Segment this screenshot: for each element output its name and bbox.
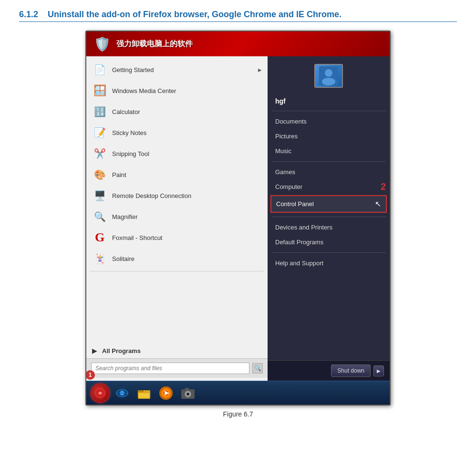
shutdown-arrow-icon: ▶ <box>377 368 381 374</box>
computer-label: Computer <box>275 183 302 190</box>
right-item-computer[interactable]: Computer 2 <box>268 179 390 194</box>
right-separator-3 <box>271 217 386 217</box>
control-panel-label: Control Panel <box>276 200 314 208</box>
right-item-music[interactable]: Music <box>268 144 390 158</box>
taskbar-explorer-icon[interactable] <box>134 383 154 403</box>
right-item-games[interactable]: Games <box>268 165 390 179</box>
paint-icon: 🎨 <box>92 167 107 182</box>
shutdown-arrow-button[interactable]: ▶ <box>373 365 384 376</box>
right-separator-1 <box>271 111 386 111</box>
remote-desktop-icon: 🖥️ <box>92 188 107 203</box>
right-item-control-panel[interactable]: Control Panel ↖ <box>270 195 387 213</box>
taskbar <box>86 381 390 405</box>
taskbar-camera-icon[interactable] <box>178 383 198 403</box>
menu-item-getting-started[interactable]: 📄 Getting Started ▶ <box>86 59 268 80</box>
menu-item-all-programs[interactable]: ▶ All Programs <box>86 343 268 358</box>
media-center-label: Windows Media Center <box>112 87 176 94</box>
search-bar: 1 🔍 <box>86 358 268 378</box>
menu-item-foxmail[interactable]: G Foxmail - Shortcut <box>86 227 268 248</box>
taskbar-media-icon[interactable] <box>156 383 176 403</box>
calculator-label: Calculator <box>112 108 140 115</box>
media-center-icon: 🪟 <box>92 83 107 98</box>
user-avatar <box>314 64 343 88</box>
svg-point-19 <box>186 393 189 396</box>
taskbar-ie-icon[interactable] <box>112 383 132 403</box>
menu-item-snipping-tool[interactable]: ✂️ Snipping Tool <box>86 143 268 164</box>
right-item-documents[interactable]: Documents <box>268 114 390 129</box>
figure-container: 🛡️ 强力卸载电脑上的软件 📄 Getting Started ▶ 🪟 Wind… <box>76 31 400 418</box>
search-button[interactable]: 🔍 <box>252 363 263 374</box>
figure-caption: Figure 6.7 <box>223 410 253 418</box>
annotation-1: 1 <box>85 370 95 380</box>
snipping-tool-icon: ✂️ <box>92 146 107 161</box>
start-menu-screenshot: 🛡️ 强力卸载电脑上的软件 📄 Getting Started ▶ 🪟 Wind… <box>85 31 391 406</box>
snipping-tool-label: Snipping Tool <box>112 150 149 157</box>
menu-item-sticky-notes[interactable]: 📝 Sticky Notes <box>86 122 268 143</box>
svg-point-2 <box>322 78 335 85</box>
start-orb[interactable] <box>90 383 110 403</box>
calculator-icon: 🔢 <box>92 104 107 119</box>
cursor-icon: ↖ <box>375 199 381 208</box>
getting-started-label: Getting Started <box>112 66 154 73</box>
shutdown-button[interactable]: Shut down <box>331 364 371 377</box>
foxmail-label: Foxmail - Shortcut <box>112 234 162 241</box>
annotation-2: 2 <box>381 181 386 192</box>
solitaire-icon: 🃏 <box>92 251 107 266</box>
right-item-default-programs[interactable]: Default Programs <box>268 235 390 250</box>
menu-item-magnifier[interactable]: 🔍 Magnifier <box>86 206 268 227</box>
magnifier-label: Magnifier <box>112 213 137 220</box>
right-item-pictures[interactable]: Pictures <box>268 129 390 144</box>
right-menu-items: hgf Documents Pictures Music Games Compu… <box>268 92 390 360</box>
arrow-icon: ▶ <box>258 67 262 73</box>
sticky-notes-icon: 📝 <box>92 125 107 140</box>
menu-left-panel: 📄 Getting Started ▶ 🪟 Windows Media Cent… <box>86 56 268 381</box>
right-separator-4 <box>271 252 386 253</box>
magnifier-icon: 🔍 <box>92 209 107 224</box>
menu-item-media-center[interactable]: 🪟 Windows Media Center <box>86 80 268 101</box>
section-number: 6.1.2 <box>19 10 38 19</box>
getting-started-icon: 📄 <box>92 62 107 77</box>
right-item-username[interactable]: hgf <box>268 94 390 108</box>
remote-desktop-label: Remote Desktop Connection <box>112 192 191 199</box>
menu-item-solitaire[interactable]: 🃏 Solitaire <box>86 248 268 269</box>
menu-right-panel: hgf Documents Pictures Music Games Compu… <box>268 56 390 381</box>
right-item-devices-printers[interactable]: Devices and Printers <box>268 220 390 235</box>
svg-point-4 <box>99 392 102 395</box>
menu-item-paint[interactable]: 🎨 Paint <box>86 164 268 185</box>
paint-label: Paint <box>112 171 126 178</box>
menu-item-remote-desktop[interactable]: 🖥️ Remote Desktop Connection <box>86 185 268 206</box>
search-input[interactable] <box>91 363 249 374</box>
chinese-text: 强力卸载电脑上的软件 <box>116 39 193 49</box>
shutdown-label: Shut down <box>337 367 364 374</box>
svg-rect-20 <box>185 388 189 390</box>
left-separator <box>90 271 264 271</box>
svg-rect-10 <box>138 390 144 392</box>
right-item-help-support[interactable]: Help and Support <box>268 256 390 271</box>
svg-rect-11 <box>139 393 149 398</box>
sticky-notes-label: Sticky Notes <box>112 129 146 136</box>
section-title: Uninstall the add-on of Firefox browser,… <box>48 10 341 19</box>
foxmail-icon: G <box>92 230 107 245</box>
section-heading: 6.1.2 Uninstall the add-on of Firefox br… <box>19 10 457 22</box>
menu-top-bar: 🛡️ 强力卸载电脑上的软件 <box>86 31 390 56</box>
user-section <box>268 64 390 88</box>
menu-item-calculator[interactable]: 🔢 Calculator <box>86 101 268 122</box>
menu-body: 📄 Getting Started ▶ 🪟 Windows Media Cent… <box>86 56 390 381</box>
solitaire-label: Solitaire <box>112 255 135 262</box>
all-programs-label: All Programs <box>102 347 141 354</box>
svg-point-1 <box>325 69 332 77</box>
shutdown-bar: Shut down ▶ <box>268 360 390 381</box>
all-programs-arrow: ▶ <box>92 347 97 354</box>
right-separator-2 <box>271 161 386 162</box>
